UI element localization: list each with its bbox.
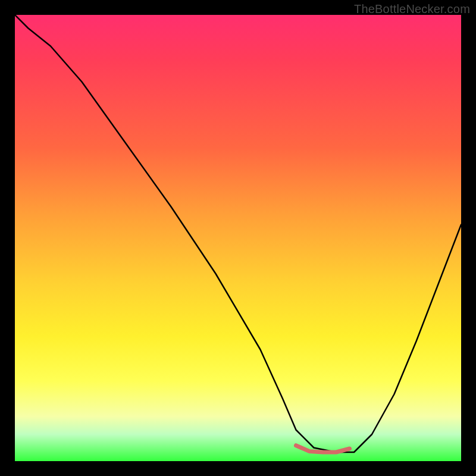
attribution-label: TheBottleNecker.com bbox=[354, 2, 470, 16]
curve-svg bbox=[15, 15, 461, 461]
main-curve-path bbox=[15, 15, 461, 452]
chart-frame: TheBottleNecker.com bbox=[0, 0, 476, 476]
plot-area bbox=[15, 15, 461, 461]
